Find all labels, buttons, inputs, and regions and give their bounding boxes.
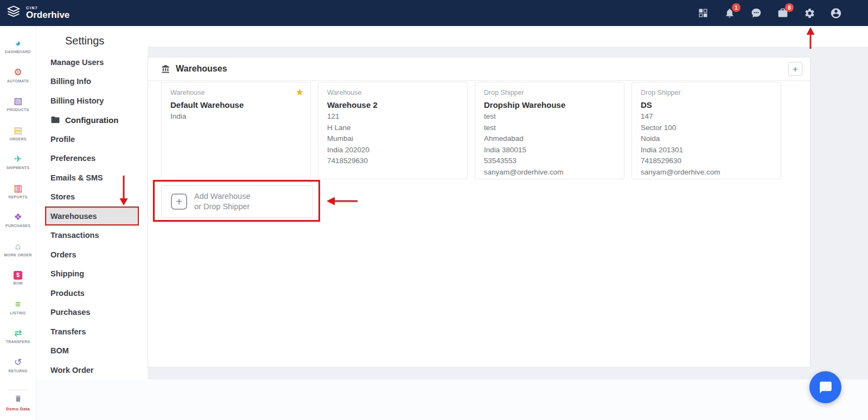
settings-item-warehouses[interactable]: Warehouses — [45, 206, 139, 226]
rail-label: PURCHASES — [5, 224, 30, 228]
settings-item-configuration[interactable]: Configuration — [36, 111, 148, 130]
settings-item-label: Transfers — [50, 327, 86, 336]
settings-item-emails-sms[interactable]: Emails & SMS — [36, 168, 148, 188]
card-line: Sector 100 — [641, 122, 772, 134]
rail-item-bom[interactable]: $ BOM — [0, 263, 36, 293]
card-line: 121 — [327, 111, 458, 122]
settings-sidebar: Settings Manage Users Billing Info Billi… — [36, 26, 148, 379]
card-line: test — [484, 111, 615, 122]
folder-icon — [50, 115, 60, 125]
rail-item-transfers[interactable]: ⇄ TRANSFERS — [0, 321, 36, 351]
automate-icon: ⚙ — [14, 67, 22, 77]
settings-item-label: BOM — [50, 346, 69, 355]
warehouse-card-warehouse-2[interactable]: Warehouse Warehouse 2 121 H Lane Mumbai … — [318, 82, 468, 179]
module-rail: ◕ DASHBOARD ⚙ AUTOMATE ▧ PRODUCTS ▤ ORDE… — [0, 26, 36, 420]
transfers-icon: ⇄ — [14, 328, 22, 338]
brand-orderhive: Orderhive — [26, 10, 69, 20]
rail-label: BOM — [14, 281, 23, 285]
inbox-badge: 8 — [785, 3, 794, 12]
apps-grid-icon[interactable] — [697, 7, 709, 19]
rail-item-demo-data[interactable]: Demo Data — [0, 395, 36, 411]
card-name: Dropship Warehouse — [484, 100, 615, 109]
dashboard-icon: ◕ — [15, 38, 21, 48]
rail-item-returns[interactable]: ↺ RETURNS — [0, 351, 36, 380]
card-type: Warehouse — [170, 89, 302, 96]
orderhive-layers-icon — [5, 4, 22, 22]
settings-item-label: Warehouses — [50, 212, 97, 221]
rail-label: WORK ORDER — [4, 253, 31, 257]
rail-label: AUTOMATE — [7, 79, 29, 83]
rail-item-products[interactable]: ▧ PRODUCTS — [0, 89, 36, 119]
settings-item-manage-users[interactable]: Manage Users — [36, 53, 148, 72]
star-icon[interactable]: ★ — [296, 87, 304, 98]
account-icon[interactable] — [830, 7, 842, 19]
card-line: H Lane — [327, 122, 458, 134]
work-order-icon: ⌂ — [15, 241, 21, 251]
panel-title: Warehouses — [176, 64, 227, 74]
rail-item-dashboard[interactable]: ◕ DASHBOARD — [0, 31, 36, 61]
orders-icon: ▤ — [14, 125, 22, 135]
settings-item-purchases[interactable]: Purchases — [36, 303, 148, 322]
settings-item-bom[interactable]: BOM — [36, 341, 148, 361]
package-icon[interactable]: 8 — [777, 7, 789, 19]
settings-item-label: Transactions — [50, 231, 99, 240]
settings-item-work-order[interactable]: Work Order — [36, 360, 148, 379]
rail-label: ORDERS — [9, 137, 26, 141]
card-line: Ahmedabad — [484, 133, 615, 145]
panel-add-button[interactable]: + — [788, 62, 802, 76]
settings-item-shipping[interactable]: Shipping — [36, 264, 148, 284]
rail-item-automate[interactable]: ⚙ AUTOMATE — [0, 61, 36, 90]
card-line: Noida — [641, 133, 772, 145]
warehouses-panel: Warehouses + ★ Warehouse Default Warehou… — [148, 57, 810, 367]
chat-widget-button[interactable] — [809, 371, 841, 403]
warehouse-card-dropship-warehouse[interactable]: Drop Shipper Dropship Warehouse test tes… — [475, 82, 624, 179]
settings-item-stores[interactable]: Stores — [36, 188, 148, 207]
brand-logo[interactable]: CIN7 Orderhive — [0, 4, 69, 22]
settings-item-transfers[interactable]: Transfers — [36, 322, 148, 341]
settings-item-label: Products — [50, 289, 85, 298]
settings-item-label: Manage Users — [50, 58, 104, 67]
settings-item-orders[interactable]: Orders — [36, 245, 148, 264]
rail-divider — [8, 390, 28, 390]
settings-item-products[interactable]: Products — [36, 283, 148, 303]
rail-item-purchases[interactable]: ❖ PURCHASES — [0, 205, 36, 235]
warehouse-building-icon — [161, 64, 170, 74]
card-name: Warehouse 2 — [327, 100, 458, 109]
chat-bubble-icon — [819, 380, 833, 395]
rail-item-listing[interactable]: ≡ LISTING — [0, 293, 36, 322]
rail-label: SHIPMENTS — [7, 166, 30, 170]
reports-icon: ▥ — [14, 183, 22, 193]
warehouse-card-ds[interactable]: Drop Shipper DS 147 Sector 100 Noida Ind… — [631, 82, 781, 179]
rail-item-work-order[interactable]: ⌂ WORK ORDER — [0, 235, 36, 264]
shipments-icon: ✈ — [14, 154, 22, 164]
rail-item-shipments[interactable]: ✈ SHIPMENTS — [0, 147, 36, 177]
settings-item-preferences[interactable]: Preferences — [36, 149, 148, 169]
settings-item-label: Billing History — [50, 96, 104, 105]
settings-item-label: Work Order — [50, 366, 94, 374]
warehouse-card-default[interactable]: ★ Warehouse Default Warehouse India — [161, 82, 311, 179]
rail-label: DASHBOARD — [5, 50, 30, 54]
page-title: Settings — [36, 26, 148, 47]
chat-icon[interactable] — [750, 7, 762, 19]
card-name: Default Warehouse — [170, 100, 302, 109]
gear-icon[interactable] — [803, 7, 815, 19]
card-type: Drop Shipper — [641, 89, 772, 96]
demo-data-label: Demo Data — [6, 406, 30, 411]
card-line: sanyam@orderhive.com — [641, 167, 772, 178]
settings-item-label: Profile — [50, 135, 75, 144]
settings-item-profile[interactable]: Profile — [36, 130, 148, 149]
bell-icon[interactable]: 1 — [724, 7, 736, 19]
add-warehouse-label: Add Warehouse or Drop Shipper — [194, 191, 250, 212]
products-icon: ▧ — [14, 96, 22, 106]
card-name: DS — [641, 100, 772, 109]
card-line: Mumbai — [327, 133, 458, 145]
settings-item-billing-info[interactable]: Billing Info — [36, 72, 148, 92]
returns-icon: ↺ — [14, 357, 22, 367]
rail-item-reports[interactable]: ▥ REPORTS — [0, 177, 36, 206]
settings-item-label: Stores — [50, 192, 75, 201]
settings-item-transactions[interactable]: Transactions — [36, 226, 148, 245]
add-warehouse-button[interactable]: + Add Warehouse or Drop Shipper — [161, 185, 313, 218]
topbar-actions: 1 8 — [697, 7, 868, 19]
settings-item-billing-history[interactable]: Billing History — [36, 91, 148, 111]
rail-item-orders[interactable]: ▤ ORDERS — [0, 119, 36, 148]
